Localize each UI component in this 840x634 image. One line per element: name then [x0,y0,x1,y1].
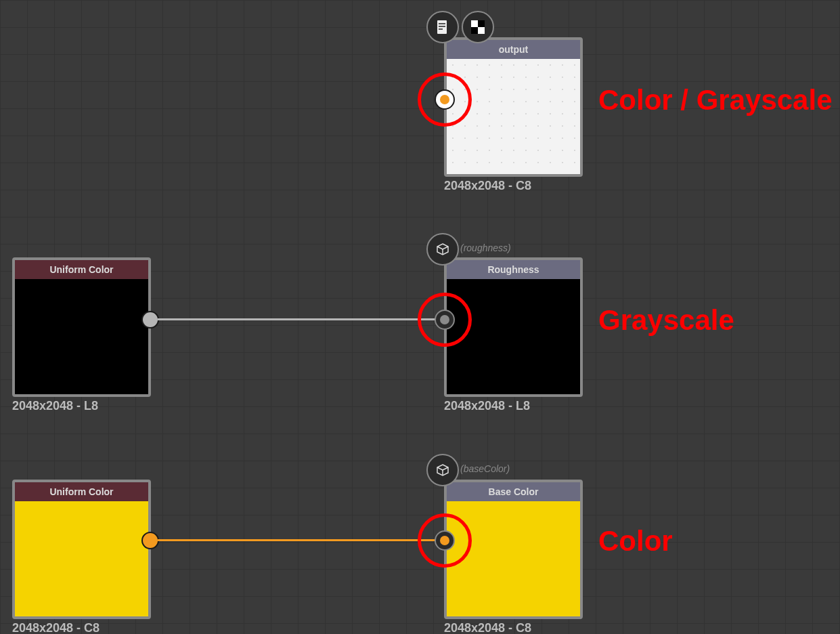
node-uniform-gray-preview [15,279,148,394]
node-roughness-subcaption: (roughness) [460,242,511,253]
node-basecolor-preview [447,501,580,616]
node-output-preview [447,59,580,174]
port-uniform-yellow-output[interactable] [141,532,159,549]
connection-gray [158,318,441,320]
svg-rect-5 [478,20,485,27]
node-output[interactable]: output [444,37,583,177]
node-roughness-preview [447,279,580,394]
node-roughness-title: Roughness [447,260,580,279]
cube-icon-basecolor[interactable] [426,454,459,486]
node-graph-canvas[interactable]: output 2048x2048 - C8 Color / Grayscale … [0,0,840,634]
node-output-title: output [447,40,580,59]
node-uniform-gray-title: Uniform Color [15,260,148,279]
node-uniform-yellow-title: Uniform Color [15,482,148,501]
node-basecolor-caption: 2048x2048 - C8 [444,621,531,634]
port-output-input[interactable] [440,95,449,104]
node-basecolor-subcaption: (baseColor) [460,463,510,474]
node-uniform-yellow-caption: 2048x2048 - C8 [12,621,100,634]
node-uniform-gray-caption: 2048x2048 - L8 [12,399,98,413]
svg-rect-4 [471,20,478,27]
node-uniform-yellow[interactable]: Uniform Color [12,480,151,619]
annotation-grayscale: Grayscale [598,304,734,337]
node-roughness[interactable]: Roughness [444,257,583,397]
node-uniform-yellow-preview [15,501,148,616]
annotation-color: Color [598,525,673,557]
port-roughness-input[interactable] [440,315,449,324]
port-basecolor-input[interactable] [440,536,449,545]
svg-rect-1 [439,23,445,24]
node-basecolor[interactable]: Base Color [444,480,583,619]
connection-orange [158,539,441,541]
document-icon[interactable] [426,11,459,43]
cube-icon-roughness[interactable] [426,233,459,266]
svg-rect-2 [439,26,445,27]
node-basecolor-title: Base Color [447,482,580,501]
node-uniform-gray[interactable]: Uniform Color [12,257,151,397]
svg-rect-3 [439,28,443,30]
svg-rect-7 [478,27,485,34]
node-roughness-caption: 2048x2048 - L8 [444,399,530,413]
port-uniform-gray-output[interactable] [141,311,159,329]
annotation-output: Color / Grayscale [598,84,833,117]
svg-rect-6 [471,27,478,34]
node-output-caption: 2048x2048 - C8 [444,179,531,193]
checker-icon[interactable] [462,11,494,43]
